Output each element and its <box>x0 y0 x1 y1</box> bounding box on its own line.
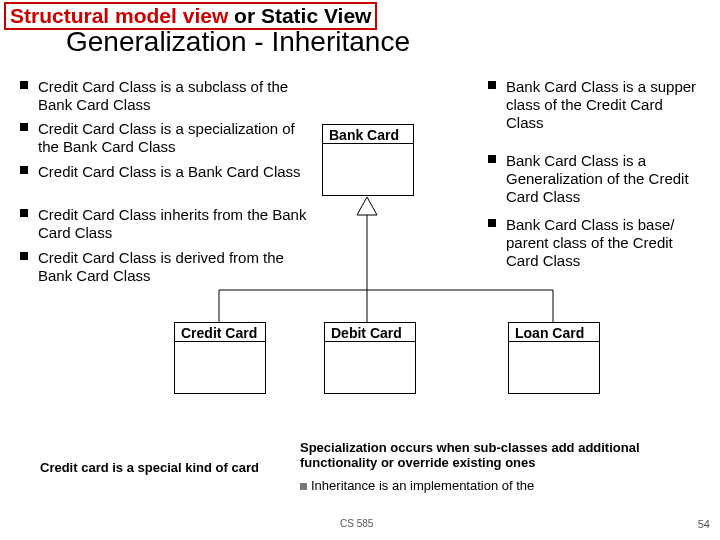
class-label: Bank Card <box>323 125 413 144</box>
class-box-bank: Bank Card <box>322 124 414 196</box>
bullet-text: Bank Card Class is a supper class of the… <box>506 78 698 132</box>
left-bullet-1: Credit Card Class is a subclass of the B… <box>20 78 320 114</box>
bullet-text: Credit Card Class is a Bank Card Class <box>38 163 320 181</box>
header-black: or Static View <box>228 4 371 27</box>
bullet-icon <box>20 252 28 260</box>
bullet-icon <box>20 81 28 89</box>
left-bullet-5: Credit Card Class is derived from the Ba… <box>20 249 320 285</box>
bullet-icon <box>300 483 307 490</box>
bullet-text: Credit Card Class inherits from the Bank… <box>38 206 320 242</box>
class-box-credit: Credit Card <box>174 322 266 394</box>
class-box-debit: Debit Card <box>324 322 416 394</box>
bullet-icon <box>488 219 496 227</box>
class-label: Loan Card <box>509 323 599 342</box>
bullet-text: Bank Card Class is a Generalization of t… <box>506 152 698 206</box>
left-bullet-3: Credit Card Class is a Bank Card Class <box>20 163 320 181</box>
left-bullet-4: Credit Card Class inherits from the Bank… <box>20 206 320 242</box>
bullet-icon <box>20 209 28 217</box>
bullet-text: Bank Card Class is base/ parent class of… <box>506 216 698 270</box>
class-label: Credit Card <box>175 323 265 342</box>
bullet-text: Credit Card Class is derived from the Ba… <box>38 249 320 285</box>
right-bullet-2: Bank Card Class is a Generalization of t… <box>488 152 698 206</box>
slide-root: Structural model view or Static View Gen… <box>0 0 720 540</box>
page-title: Generalization - Inheritance <box>66 26 410 58</box>
svg-marker-0 <box>357 197 377 215</box>
bullet-icon <box>488 155 496 163</box>
course-code: CS 585 <box>340 518 373 529</box>
left-bullet-2: Credit Card Class is a specialization of… <box>20 120 310 156</box>
footer-left: Credit card is a special kind of card <box>40 460 270 475</box>
footer-right-bullet: Inheritance is an implementation of the <box>300 478 690 493</box>
right-bullet-3: Bank Card Class is base/ parent class of… <box>488 216 698 270</box>
bullet-icon <box>488 81 496 89</box>
bullet-icon <box>20 123 28 131</box>
footer-right-bold: Specialization occurs when sub-classes a… <box>300 440 690 470</box>
right-bullet-1: Bank Card Class is a supper class of the… <box>488 78 698 132</box>
footer-right-bullet-text: Inheritance is an implementation of the <box>311 478 534 493</box>
class-label: Debit Card <box>325 323 415 342</box>
class-box-loan: Loan Card <box>508 322 600 394</box>
bullet-text: Credit Card Class is a specialization of… <box>38 120 310 156</box>
bullet-icon <box>20 166 28 174</box>
bullet-text: Credit Card Class is a subclass of the B… <box>38 78 320 114</box>
header-red: Structural model view <box>10 4 228 27</box>
page-number: 54 <box>698 518 710 530</box>
